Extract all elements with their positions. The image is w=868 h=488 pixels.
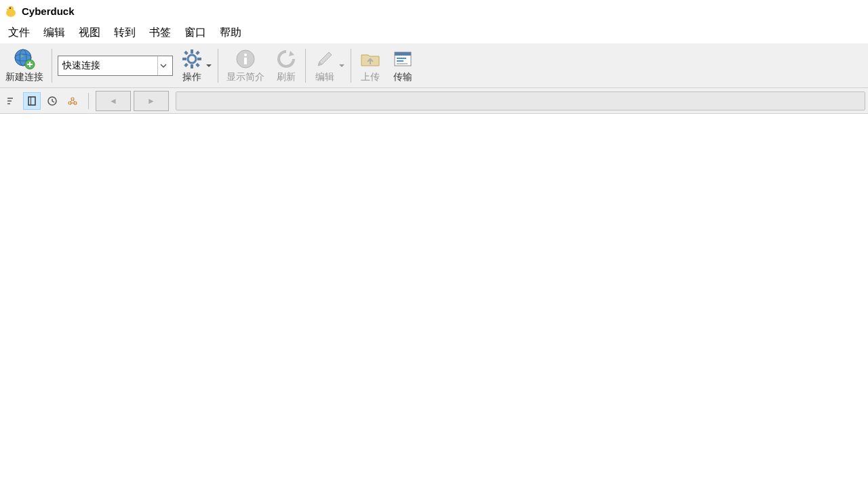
bookmarks-view-icon[interactable] (23, 92, 41, 110)
svg-rect-14 (184, 62, 188, 66)
back-arrow-icon: ◄ (109, 96, 117, 106)
pencil-icon (314, 48, 336, 70)
menu-view[interactable]: 视图 (72, 23, 107, 43)
globe-plus-icon (14, 48, 35, 70)
gear-icon (181, 48, 203, 70)
forward-button[interactable]: ► (134, 91, 169, 111)
svg-rect-25 (31, 97, 31, 105)
svg-rect-12 (184, 50, 188, 54)
titlebar: Cyberduck (0, 0, 868, 22)
menu-edit[interactable]: 编辑 (37, 23, 72, 43)
menubar: 文件 编辑 视图 转到 书签 窗口 帮助 (0, 22, 868, 43)
path-input[interactable] (176, 92, 865, 110)
history-view-icon[interactable] (43, 92, 61, 110)
transfer-button[interactable]: 传输 (387, 45, 419, 86)
edit-button[interactable]: 编辑 (309, 45, 341, 86)
back-button[interactable]: ◄ (96, 91, 131, 111)
svg-rect-9 (191, 64, 193, 68)
svg-point-28 (68, 102, 71, 104)
content-area (0, 114, 868, 488)
svg-rect-23 (397, 63, 408, 64)
svg-rect-22 (397, 60, 403, 62)
new-connection-label: 新建连接 (5, 71, 43, 83)
menu-help[interactable]: 帮助 (213, 23, 248, 43)
svg-rect-18 (244, 58, 247, 64)
new-connection-button[interactable]: 新建连接 (0, 45, 49, 86)
svg-rect-11 (197, 58, 201, 60)
chevron-down-icon (157, 56, 168, 75)
svg-point-2 (9, 7, 11, 9)
toolbar-separator (52, 49, 52, 83)
app-icon (4, 4, 18, 18)
svg-rect-13 (195, 50, 199, 54)
transfer-window-icon (392, 48, 414, 70)
svg-point-29 (74, 102, 77, 104)
info-icon (235, 48, 256, 70)
action-dropdown-icon[interactable] (205, 45, 212, 86)
svg-rect-21 (397, 58, 406, 59)
svg-rect-15 (195, 62, 199, 66)
refresh-label: 刷新 (277, 71, 296, 83)
refresh-button[interactable]: 刷新 (270, 45, 302, 86)
upload-label: 上传 (361, 71, 380, 83)
quick-connect-combo[interactable]: 快速连接 (58, 56, 173, 76)
svg-point-7 (188, 55, 196, 63)
svg-point-1 (8, 6, 14, 12)
svg-point-17 (244, 54, 247, 56)
toolbar-separator (218, 49, 218, 83)
edit-label: 编辑 (315, 71, 334, 83)
show-info-label: 显示简介 (226, 71, 264, 83)
toolbar-separator (305, 49, 306, 83)
navbar-separator (88, 93, 89, 109)
list-sort-icon[interactable] (3, 92, 20, 110)
navbar: ◄ ► (0, 88, 868, 114)
show-info-button[interactable]: 显示简介 (221, 45, 270, 86)
action-label: 操作 (182, 71, 201, 83)
forward-arrow-icon: ► (147, 96, 155, 106)
edit-dropdown-icon[interactable] (338, 45, 345, 86)
menu-file[interactable]: 文件 (1, 23, 37, 43)
app-title: Cyberduck (22, 5, 75, 17)
bonjour-view-icon[interactable] (64, 92, 81, 110)
toolbar: 新建连接 快速连接 (0, 43, 868, 88)
svg-rect-10 (182, 58, 186, 60)
menu-goto[interactable]: 转到 (107, 23, 142, 43)
svg-rect-8 (191, 49, 193, 54)
svg-rect-20 (395, 52, 411, 56)
svg-point-27 (71, 98, 74, 100)
menu-bookmarks[interactable]: 书签 (142, 23, 178, 43)
menu-window[interactable]: 窗口 (178, 23, 213, 43)
svg-rect-24 (28, 97, 35, 105)
folder-upload-icon (359, 48, 381, 70)
action-button[interactable]: 操作 (176, 45, 208, 86)
refresh-icon (275, 48, 297, 70)
transfer-label: 传输 (393, 71, 412, 83)
toolbar-separator (351, 49, 351, 83)
quick-connect-text: 快速连接 (62, 60, 157, 72)
upload-button[interactable]: 上传 (354, 45, 387, 86)
